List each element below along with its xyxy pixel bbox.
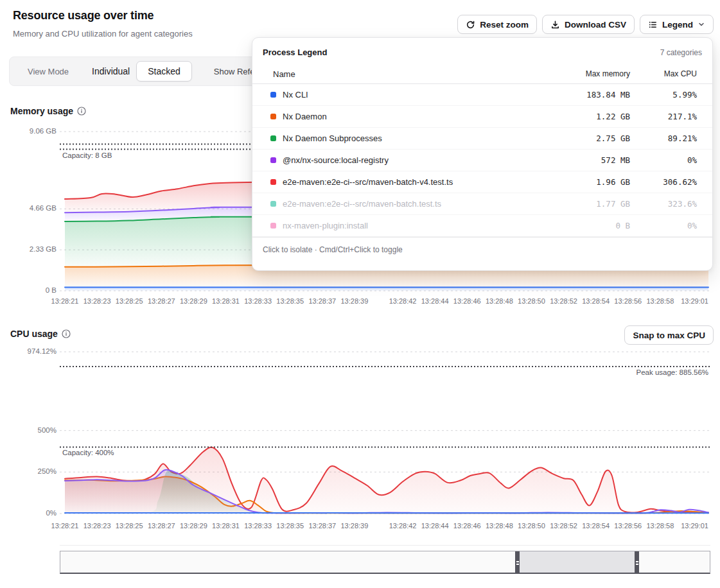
x-axis-tick-label: 13:28:50	[518, 297, 545, 305]
legend-label: Legend	[662, 20, 693, 30]
series-max-memory: 1.77 GB	[534, 199, 630, 209]
series-max-cpu: 217.1%	[630, 112, 697, 121]
download-csv-label: Download CSV	[565, 20, 626, 30]
col-name: Name	[273, 69, 534, 79]
snap-label: Snap to max CPU	[633, 331, 705, 340]
x-axis-tick-label: 13:28:58	[646, 522, 674, 530]
brush-handle-right[interactable]	[635, 551, 639, 573]
legend-row[interactable]: @nx/nx-source:local-registry572 MB0%	[252, 150, 712, 171]
legend-row[interactable]: Nx Daemon1.22 GB217.1%	[252, 106, 712, 128]
view-mode-stacked-button[interactable]: Stacked	[136, 61, 192, 82]
popup-header: Process Legend 7 categories	[252, 38, 712, 64]
chevron-down-icon	[698, 21, 705, 28]
x-axis-tick-label: 13:28:39	[340, 522, 368, 530]
series-max-memory: 1.22 GB	[534, 112, 630, 121]
series-max-memory: 0 B	[534, 221, 630, 230]
x-axis-tick-label: 13:28:37	[308, 522, 336, 530]
x-axis-tick-label: 13:28:23	[83, 297, 111, 305]
legend-dropdown-button[interactable]: Legend	[640, 15, 714, 34]
legend-table-header: Name Max memory Max CPU	[252, 64, 712, 84]
view-mode-label: View Mode	[28, 67, 69, 76]
cpu-x-axis: 13:28:2113:28:2313:28:2513:28:2713:28:29…	[60, 522, 710, 531]
x-axis-tick-label: 13:28:44	[421, 297, 449, 305]
y-axis-tick-label: 4.66 GB	[5, 204, 57, 212]
x-axis-tick-label: 13:28:23	[83, 522, 111, 530]
series-color-dot	[270, 179, 276, 185]
series-color-dot	[270, 157, 276, 163]
series-color-dot	[270, 201, 276, 207]
series-max-cpu: 89.21%	[630, 134, 697, 143]
x-axis-tick-label: 13:28:48	[486, 297, 513, 305]
series-name: Nx Daemon Subprocesses	[283, 134, 534, 143]
snap-to-max-cpu-button[interactable]: Snap to max CPU	[624, 325, 714, 345]
x-axis-tick-label: 13:28:56	[614, 297, 642, 305]
x-axis-tick-label: 13:29:01	[681, 297, 708, 305]
y-axis-tick-label: 0%	[5, 509, 57, 517]
legend-row[interactable]: nx-maven-plugin:install0 B0%	[252, 215, 712, 237]
download-icon	[550, 20, 560, 30]
x-axis-tick-label: 13:28:25	[116, 297, 143, 305]
series-name: Nx CLI	[283, 90, 534, 99]
download-csv-button[interactable]: Download CSV	[542, 15, 635, 34]
series-name: e2e-maven:e2e-ci--src/maven-batch.test.t…	[283, 199, 534, 209]
reset-zoom-label: Reset zoom	[480, 20, 529, 30]
series-max-cpu: 5.99%	[630, 90, 697, 99]
cpu-section-title: CPU usage	[10, 329, 71, 339]
info-icon[interactable]	[77, 107, 86, 116]
x-axis-tick-label: 13:28:27	[148, 297, 175, 305]
memory-capacity-label: Capacity: 8 GB	[62, 151, 112, 159]
y-axis-tick-label: 2.33 GB	[5, 245, 57, 253]
reset-zoom-button[interactable]: Reset zoom	[457, 15, 537, 34]
x-axis-tick-label: 13:28:52	[550, 297, 577, 305]
series-max-memory: 1.96 GB	[534, 177, 630, 187]
series-max-memory: 572 MB	[534, 155, 630, 165]
resource-usage-page: Resource usage over time Memory and CPU …	[0, 0, 720, 588]
legend-row[interactable]: e2e-maven:e2e-ci--src/maven-batch.test.t…	[252, 193, 712, 215]
series-color-dot	[270, 135, 276, 141]
process-legend-popup: Process Legend 7 categories Name Max mem…	[252, 37, 713, 271]
y-axis-tick-label: 0 B	[5, 286, 57, 294]
series-color-dot	[270, 114, 276, 119]
x-axis-tick-label: 13:28:25	[116, 522, 143, 530]
x-axis-tick-label: 13:28:58	[646, 297, 674, 305]
series-name: @nx/nx-source:local-registry	[283, 155, 534, 165]
page-subtitle: Memory and CPU utilization for agent cat…	[13, 29, 193, 39]
refresh-icon	[466, 20, 475, 30]
x-axis-tick-label: 13:28:35	[276, 297, 304, 305]
memory-section-title: Memory usage	[10, 106, 86, 116]
view-mode-individual-button[interactable]: Individual	[85, 62, 136, 80]
series-max-memory: 183.84 MB	[534, 90, 630, 99]
list-icon	[648, 20, 658, 30]
series-max-cpu: 0%	[630, 221, 697, 230]
y-axis-tick-label: 500%	[5, 426, 57, 434]
series-name: e2e-maven:e2e-ci--src/maven-batch-v4.tes…	[283, 177, 534, 187]
x-axis-tick-label: 13:28:42	[389, 522, 417, 530]
cpu-chart[interactable]	[60, 347, 710, 519]
col-max-cpu: Max CPU	[630, 69, 697, 78]
time-range-brush[interactable]	[60, 551, 710, 574]
brush-selection[interactable]	[518, 551, 637, 573]
series-name: Nx Daemon	[283, 112, 534, 121]
x-axis-tick-label: 13:28:46	[453, 522, 481, 530]
y-axis-tick-label: 974.12%	[5, 347, 57, 355]
legend-row[interactable]: e2e-maven:e2e-ci--src/maven-batch-v4.tes…	[252, 171, 712, 193]
series-name: nx-maven-plugin:install	[283, 221, 534, 230]
col-max-memory: Max memory	[534, 69, 630, 78]
x-axis-tick-label: 13:28:33	[244, 297, 272, 305]
legend-row[interactable]: Nx Daemon Subprocesses2.75 GB89.21%	[252, 128, 712, 150]
popup-title: Process Legend	[263, 48, 327, 57]
info-icon[interactable]	[62, 329, 71, 338]
series-color-dot	[270, 223, 276, 229]
legend-table-body: Nx CLI183.84 MB5.99%Nx Daemon1.22 GB217.…	[252, 84, 712, 237]
memory-title-text: Memory usage	[10, 106, 73, 116]
brush-handle-left[interactable]	[515, 551, 520, 573]
x-axis-tick-label: 13:29:01	[681, 522, 708, 530]
cpu-capacity-label: Capacity: 400%	[62, 449, 114, 456]
x-axis-tick-label: 13:28:31	[212, 297, 240, 305]
series-max-cpu: 323.6%	[630, 199, 697, 209]
x-axis-tick-label: 13:28:29	[180, 297, 207, 305]
legend-row[interactable]: Nx CLI183.84 MB5.99%	[252, 84, 712, 106]
x-axis-tick-label: 13:28:46	[453, 297, 481, 305]
x-axis-tick-label: 13:28:29	[180, 522, 207, 530]
y-axis-tick-label: 250%	[5, 467, 57, 475]
